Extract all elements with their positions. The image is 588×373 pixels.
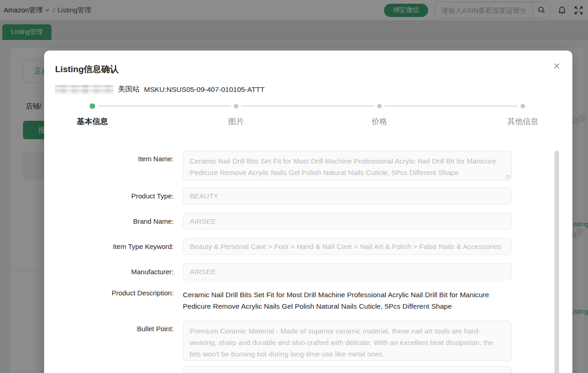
- bullet-point-2-label: [55, 366, 174, 373]
- modal-scrollbar-thumb[interactable]: [554, 151, 559, 373]
- manufacturer-label: Manufacturer:: [55, 263, 174, 280]
- resize-handle-icon[interactable]: [506, 175, 510, 179]
- msku-value: MSKU:NSUS05-09-407-010105-ATTT: [144, 85, 265, 94]
- step-connector: [241, 105, 374, 107]
- form-row-product-description: Product Description: Ceramic Nail Drill …: [55, 289, 560, 312]
- step-dot-basic-info[interactable]: [90, 103, 95, 109]
- step-label-basic-info[interactable]: 基本信息: [51, 116, 134, 127]
- bullet-point-1-textarea[interactable]: Premium Ceramic Material - Made of super…: [183, 321, 512, 361]
- product-type-label: Product Type:: [55, 187, 174, 204]
- brand-name-label: Brand Name:: [55, 213, 174, 230]
- listing-confirm-modal: Listing信息确认 ✕ 美国站 MSKU:NSUS05-09-407-010…: [44, 51, 572, 373]
- step-connector: [384, 105, 518, 107]
- modal-title: Listing信息确认: [55, 63, 119, 75]
- bullet-point-2-textarea[interactable]: Multi-Function - 5 different shapes and …: [183, 366, 512, 373]
- product-type-input[interactable]: BEAUTY: [183, 187, 512, 204]
- store-row: 美国站 MSKU:NSUS05-09-407-010105-ATTT: [55, 85, 265, 94]
- step-connector: [98, 105, 231, 107]
- form-row-bullet-point: Bullet Point: Premium Ceramic Material -…: [55, 321, 560, 361]
- item-type-keyword-input[interactable]: Beauty & Personal Care > Foot > Hand & N…: [183, 238, 512, 255]
- marketplace-label: 美国站: [118, 85, 140, 94]
- form-row-product-type: Product Type: BEAUTY: [55, 187, 560, 204]
- screen: Amazon管理 / Listing管理 绑定微信: [0, 0, 588, 373]
- manufacturer-input[interactable]: AIRSEE: [183, 263, 512, 280]
- step-dot-images[interactable]: [234, 104, 238, 108]
- item-name-label: Item Name:: [55, 151, 174, 181]
- bullet-point-label: Bullet Point:: [55, 321, 174, 361]
- product-description-label: Product Description:: [55, 289, 174, 312]
- step-label-images[interactable]: 图片: [195, 116, 277, 127]
- step-dot-other-info[interactable]: [520, 104, 525, 108]
- brand-name-input[interactable]: AIRSEE: [183, 213, 512, 230]
- product-description-text: Ceramic Nail Drill Bits Set Fit for Most…: [183, 289, 504, 312]
- form-row-brand-name: Brand Name: AIRSEE: [55, 213, 560, 230]
- step-label-price[interactable]: 价格: [338, 116, 421, 127]
- form-row-manufacturer: Manufacturer: AIRSEE: [55, 263, 560, 280]
- step-label-other-info[interactable]: 其他信息: [481, 116, 564, 127]
- form-row-bullet-point-2: Multi-Function - 5 different shapes and …: [55, 366, 560, 373]
- close-icon[interactable]: ✕: [552, 62, 561, 71]
- item-type-keyword-label: Item Type Keyword:: [55, 238, 174, 255]
- store-name-redacted: [55, 85, 113, 94]
- step-dot-price[interactable]: [377, 104, 382, 108]
- form-row-item-name: Item Name: Ceramic Nail Drill Bits Set F…: [55, 151, 560, 181]
- form-row-item-type-keyword: Item Type Keyword: Beauty & Personal Car…: [55, 238, 560, 255]
- item-name-textarea[interactable]: Ceramic Nail Drill Bits Set Fit for Most…: [183, 151, 512, 181]
